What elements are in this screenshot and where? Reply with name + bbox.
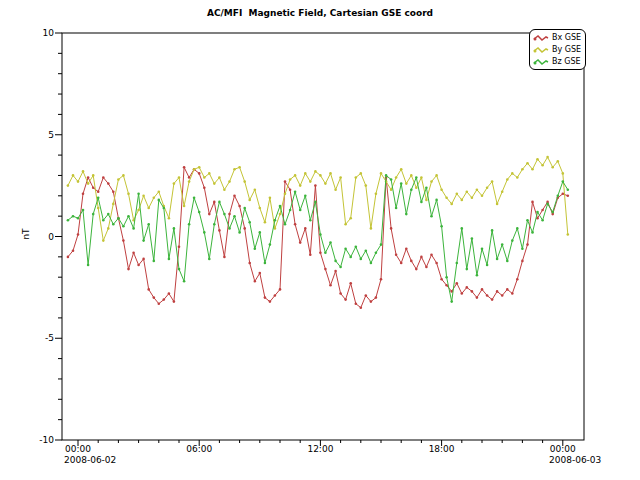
data-point <box>92 174 95 177</box>
data-point <box>491 298 494 301</box>
data-point <box>147 288 150 291</box>
data-point <box>87 264 90 267</box>
data-point <box>92 186 95 189</box>
data-point <box>102 239 105 242</box>
data-point <box>410 188 413 191</box>
data-point <box>355 176 358 179</box>
data-point <box>274 219 277 222</box>
data-point <box>228 213 231 216</box>
data-point <box>178 268 181 271</box>
data-point <box>400 262 403 265</box>
data-point <box>82 193 85 196</box>
data-point <box>147 223 150 226</box>
data-point <box>158 199 161 202</box>
data-point <box>380 243 383 246</box>
data-point <box>223 213 226 216</box>
data-point <box>370 227 373 230</box>
data-point <box>259 272 262 275</box>
data-point <box>193 197 196 200</box>
data-point <box>440 188 443 191</box>
x-tick-label: 18:00 <box>422 444 462 454</box>
data-point <box>309 180 312 183</box>
data-point <box>163 298 166 301</box>
data-point <box>425 199 428 202</box>
data-point <box>72 174 75 177</box>
data-point <box>349 282 352 285</box>
data-point <box>486 186 489 189</box>
data-point <box>405 247 408 250</box>
data-point <box>299 241 302 244</box>
data-point <box>289 178 292 181</box>
data-point <box>405 213 408 216</box>
data-point <box>486 264 489 267</box>
data-point <box>511 172 514 175</box>
data-point <box>294 174 297 177</box>
data-point <box>153 296 156 299</box>
data-point <box>425 266 428 269</box>
data-point <box>420 201 423 204</box>
data-point <box>243 207 246 210</box>
data-point <box>188 223 191 226</box>
data-point <box>334 188 337 191</box>
data-point <box>127 193 130 196</box>
data-point <box>127 215 130 218</box>
data-point <box>137 264 140 267</box>
data-point <box>82 209 85 212</box>
data-point <box>334 270 337 273</box>
data-point <box>486 294 489 297</box>
data-point <box>430 254 433 257</box>
y-tick-label: -10 <box>22 435 54 445</box>
data-point <box>360 258 363 261</box>
data-point <box>541 164 544 167</box>
data-point <box>238 205 241 208</box>
data-point <box>183 205 186 208</box>
data-point <box>243 180 246 183</box>
data-point <box>284 223 287 226</box>
data-point <box>168 217 171 220</box>
data-point <box>567 188 570 191</box>
data-point <box>127 268 130 271</box>
data-point <box>233 195 236 198</box>
data-point <box>67 184 70 187</box>
data-point <box>92 213 95 216</box>
data-point <box>430 215 433 218</box>
data-point <box>344 247 347 250</box>
data-point <box>440 278 443 281</box>
data-point <box>284 193 287 196</box>
data-point <box>562 180 565 183</box>
data-point <box>279 288 282 291</box>
data-point <box>536 211 539 214</box>
data-point <box>132 252 135 255</box>
data-point <box>471 237 474 240</box>
data-point <box>218 229 221 232</box>
data-point <box>375 193 378 196</box>
data-point <box>562 193 565 196</box>
data-point <box>349 217 352 220</box>
data-point <box>142 195 145 198</box>
data-point <box>153 197 156 200</box>
magnetic-field-plot: { "page": { "background": "#ffffff" }, "… <box>0 0 640 480</box>
data-point <box>516 278 519 281</box>
data-point <box>395 176 398 179</box>
y-tick-label: 5 <box>22 130 54 140</box>
data-point <box>481 288 484 291</box>
data-point <box>309 254 312 257</box>
data-point <box>137 193 140 196</box>
data-point <box>319 174 322 177</box>
data-point <box>360 306 363 309</box>
data-point <box>173 300 176 303</box>
data-point <box>496 290 499 293</box>
data-point <box>390 227 393 230</box>
data-point <box>329 241 332 244</box>
data-point <box>370 262 373 265</box>
data-point <box>238 166 241 169</box>
data-point <box>541 219 544 222</box>
y-tick-label: 0 <box>22 232 54 242</box>
x-tick-label: 00:00 <box>543 444 583 454</box>
data-point <box>541 209 544 212</box>
data-point <box>102 176 105 179</box>
data-point <box>400 182 403 185</box>
data-point <box>314 170 317 173</box>
data-point <box>355 302 358 305</box>
data-point <box>557 160 560 163</box>
